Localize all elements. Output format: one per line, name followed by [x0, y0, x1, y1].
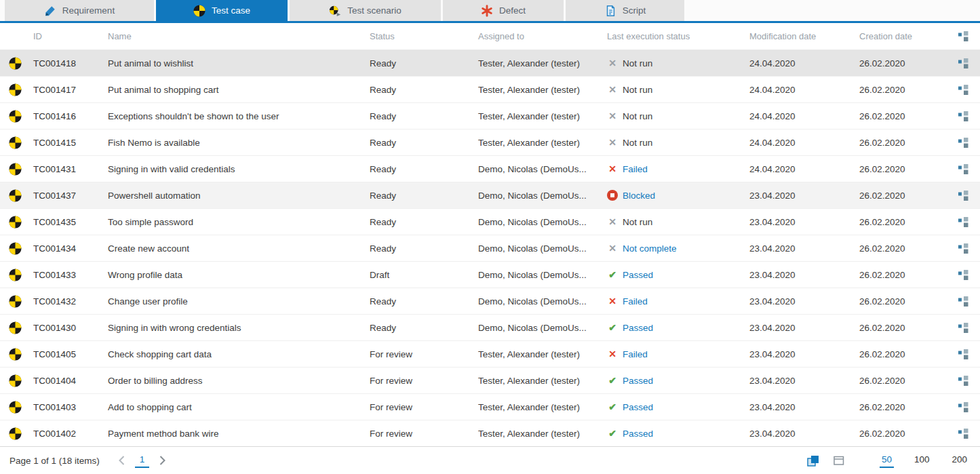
table-row[interactable]: TC001432 Change user profile Ready Demo,…: [0, 288, 980, 315]
tab-test-case[interactable]: Test case: [156, 0, 288, 21]
column-header-modification-date[interactable]: Modification date: [746, 31, 856, 41]
table-row[interactable]: TC001418 Put animal to wishlist Ready Te…: [0, 50, 980, 77]
table-row[interactable]: TC001435 Too simple password Ready Demo,…: [0, 209, 980, 235]
exec-status-label[interactable]: Not run: [623, 217, 652, 227]
cell-last-execution-status: Blocked: [604, 190, 746, 201]
table-row[interactable]: TC001416 Exceptions shouldn't be shown t…: [0, 103, 980, 130]
exec-status-label[interactable]: Not run: [623, 85, 652, 95]
exec-status-icon: [607, 163, 618, 174]
cell-name[interactable]: Powershell automation: [104, 191, 366, 201]
cell-name[interactable]: Exceptions shouldn't be shown to the use…: [104, 111, 366, 121]
cell-name[interactable]: Payment method bank wire: [104, 429, 366, 439]
cell-modification-date: 23.04.2020: [746, 191, 856, 201]
exec-status-icon: [607, 401, 618, 412]
cell-name[interactable]: Put animal to shopping cart: [104, 85, 366, 95]
cell-name[interactable]: Order to billing address: [104, 376, 366, 386]
table-row[interactable]: TC001415 Fish Nemo is available Ready Te…: [0, 130, 980, 156]
table-row[interactable]: TC001430 Signing in with wrong credentia…: [0, 315, 980, 341]
cell-name[interactable]: Too simple password: [104, 217, 366, 227]
cell-name[interactable]: Check shopping cart data: [104, 349, 366, 359]
column-header-creation-date[interactable]: Creation date: [856, 31, 946, 41]
hierarchy-icon[interactable]: [958, 243, 968, 254]
tab-label: Test scenario: [347, 5, 401, 16]
cell-name[interactable]: Signing in with valid credentials: [104, 164, 366, 174]
cell-assigned-to: Tester, Alexander (tester): [475, 376, 604, 386]
table-row[interactable]: TC001437 Powershell automation Ready Dem…: [0, 182, 980, 209]
exec-status-icon: [607, 84, 618, 95]
prev-page-button[interactable]: [115, 453, 130, 468]
column-header-last-execution-status[interactable]: Last execution status: [604, 31, 746, 41]
page-size-100[interactable]: 100: [912, 454, 932, 468]
exec-status-label[interactable]: Not run: [623, 111, 652, 121]
exec-status-label[interactable]: Failed: [623, 349, 648, 359]
exec-status-label[interactable]: Failed: [623, 164, 648, 174]
table-settings-icon[interactable]: [958, 31, 968, 41]
table-row[interactable]: TC001431 Signing in with valid credentia…: [0, 156, 980, 182]
exec-status-label[interactable]: Passed: [623, 323, 653, 333]
exec-status-label[interactable]: Not run: [623, 138, 652, 148]
table-body: TC001418 Put animal to wishlist Ready Te…: [0, 50, 980, 446]
next-page-button[interactable]: [155, 453, 170, 468]
tab-script[interactable]: Script: [566, 0, 684, 21]
table-row[interactable]: TC001403 Add to shopping cart For review…: [0, 394, 980, 420]
column-header-assigned-to[interactable]: Assigned to: [475, 31, 604, 41]
hierarchy-icon[interactable]: [958, 376, 968, 386]
exec-status-icon: [607, 269, 618, 280]
page-size-50[interactable]: 50: [880, 454, 894, 468]
hierarchy-icon[interactable]: [958, 85, 968, 95]
hierarchy-icon[interactable]: [958, 58, 968, 68]
exec-status-label[interactable]: Not complete: [623, 243, 677, 254]
hierarchy-icon[interactable]: [958, 164, 968, 174]
test-case-icon: [9, 216, 22, 229]
exec-status-label[interactable]: Failed: [623, 296, 648, 307]
tab-defect[interactable]: Defect: [443, 0, 564, 21]
exec-status-label[interactable]: Not run: [623, 58, 652, 68]
current-page[interactable]: 1: [135, 454, 150, 468]
test-case-icon: [9, 83, 22, 96]
column-header-id[interactable]: ID: [30, 31, 104, 41]
exec-status-label[interactable]: Passed: [623, 376, 653, 386]
cell-id: TC001405: [30, 349, 104, 359]
cell-status: Ready: [366, 85, 475, 95]
page-size-200[interactable]: 200: [949, 454, 969, 468]
hierarchy-icon[interactable]: [958, 270, 968, 280]
cell-name[interactable]: Signing in with wrong credentials: [104, 323, 366, 333]
hierarchy-icon[interactable]: [958, 217, 968, 227]
cell-name[interactable]: Add to shopping cart: [104, 402, 366, 412]
pagination-bar: Page 1 of 1 (18 items) 1 50 100 200: [0, 446, 980, 474]
hierarchy-icon[interactable]: [958, 323, 968, 333]
cell-assigned-to: Tester, Alexander (tester): [475, 85, 604, 95]
exec-status-label[interactable]: Blocked: [623, 191, 655, 201]
exec-status-label[interactable]: Passed: [623, 402, 653, 412]
table-row[interactable]: TC001434 Create new account Ready Demo, …: [0, 235, 980, 262]
exec-status-label[interactable]: Passed: [623, 270, 653, 280]
hierarchy-icon[interactable]: [958, 191, 968, 201]
copy-icon[interactable]: [805, 454, 821, 467]
tab-requirement[interactable]: Requirement: [5, 0, 154, 21]
exec-status-icon: [607, 111, 618, 121]
table-row[interactable]: TC001417 Put animal to shopping cart Rea…: [0, 77, 980, 103]
tab-label: Test case: [212, 5, 250, 16]
hierarchy-icon[interactable]: [958, 429, 968, 439]
exec-status-label[interactable]: Passed: [623, 429, 653, 439]
cell-name[interactable]: Put animal to wishlist: [104, 58, 366, 68]
cell-name[interactable]: Change user profile: [104, 296, 366, 307]
cell-name[interactable]: Wrong profile data: [104, 270, 366, 280]
table-row[interactable]: TC001402 Payment method bank wire For re…: [0, 420, 980, 446]
hierarchy-icon[interactable]: [958, 349, 968, 359]
column-header-name[interactable]: Name: [104, 31, 366, 41]
table-row[interactable]: TC001405 Check shopping cart data For re…: [0, 341, 980, 368]
hierarchy-icon[interactable]: [958, 402, 968, 412]
cell-name[interactable]: Fish Nemo is available: [104, 138, 366, 148]
hierarchy-icon[interactable]: [958, 111, 968, 121]
hierarchy-icon[interactable]: [958, 296, 968, 307]
tab-test-scenario[interactable]: Test scenario: [290, 0, 441, 21]
hierarchy-icon[interactable]: [958, 138, 968, 148]
cell-modification-date: 23.04.2020: [746, 349, 856, 359]
cell-status: For review: [366, 349, 475, 359]
table-row[interactable]: TC001404 Order to billing address For re…: [0, 368, 980, 394]
table-row[interactable]: TC001433 Wrong profile data Draft Demo, …: [0, 262, 980, 288]
cell-name[interactable]: Create new account: [104, 243, 366, 254]
column-chooser-icon[interactable]: [831, 454, 847, 467]
column-header-status[interactable]: Status: [366, 31, 475, 41]
